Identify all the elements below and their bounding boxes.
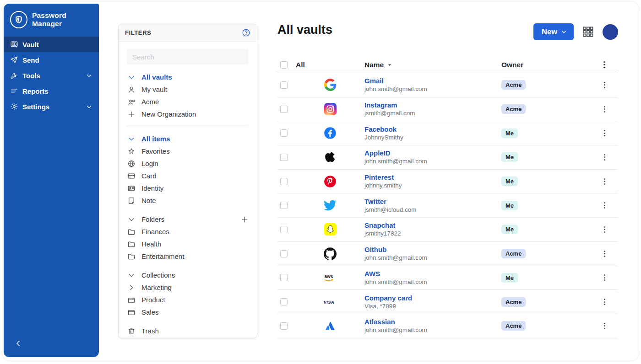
filter-item-label: Favorites [141, 147, 170, 155]
item-name-link[interactable]: Twitter [364, 198, 386, 206]
new-button-label: New [542, 27, 557, 36]
table-options-icon[interactable] [600, 61, 609, 69]
filter-item-acme[interactable]: Acme [127, 96, 249, 108]
select-all-checkbox[interactable] [280, 61, 288, 69]
filter-item-label: Acme [141, 98, 159, 106]
filter-header-folders[interactable]: Folders [127, 213, 249, 225]
add-folder-button[interactable] [240, 215, 249, 224]
item-name-link[interactable]: Snapchat [364, 221, 396, 230]
row-options-icon[interactable] [600, 323, 609, 329]
item-username: john.smith@gmail.com [364, 157, 501, 165]
divider [127, 126, 249, 126]
filter-item-new-organization[interactable]: New Organization [127, 108, 249, 120]
chevron-down-icon [127, 135, 136, 143]
owner-badge: Me [501, 152, 518, 162]
item-username: john.smith@gmail.com [364, 254, 501, 262]
item-name-link[interactable]: Gmail [364, 77, 384, 85]
row-checkbox[interactable] [280, 226, 288, 233]
grid-view-icon[interactable] [582, 26, 594, 38]
name-column-header[interactable]: Name [364, 61, 501, 69]
row-checkbox[interactable] [280, 322, 288, 330]
avatar[interactable] [603, 24, 618, 40]
filter-item-trash[interactable]: Trash [127, 325, 249, 337]
filter-item-finances[interactable]: Finances [127, 225, 249, 238]
item-name-link[interactable]: AWS [364, 270, 380, 278]
row-options-icon[interactable] [600, 106, 609, 112]
sidebar-item-send[interactable]: Send [4, 52, 99, 68]
row-options-icon[interactable] [600, 154, 609, 161]
filter-item-label: Marketing [141, 284, 172, 291]
help-icon[interactable] [242, 28, 250, 37]
search-input[interactable] [127, 49, 249, 64]
row-checkbox[interactable] [280, 298, 288, 305]
filter-item-identity[interactable]: Identity [127, 182, 249, 194]
new-button[interactable]: New [533, 23, 574, 40]
filter-item-sales[interactable]: Sales [127, 306, 249, 318]
row-checkbox[interactable] [280, 81, 288, 89]
row-options-icon[interactable] [600, 202, 609, 209]
filter-item-favorites[interactable]: Favorites [127, 145, 249, 157]
filter-header-collections[interactable]: Collections [127, 269, 249, 281]
svg-text:VISA: VISA [324, 300, 334, 304]
owner-badge: Me [501, 273, 518, 283]
filter-item-label: Finances [141, 228, 169, 236]
brand-title: Password Manager [32, 11, 92, 28]
item-name-link[interactable]: Company card [364, 294, 412, 302]
filter-header-all-vaults[interactable]: All vaults [127, 71, 249, 83]
row-options-icon[interactable] [600, 299, 609, 305]
chevron-left-icon [14, 339, 22, 348]
sidebar-item-settings[interactable]: Settings [4, 99, 99, 114]
filter-item-label: Health [141, 240, 161, 248]
sidebar-item-label: Settings [22, 103, 49, 111]
row-checkbox[interactable] [280, 178, 288, 185]
item-name-link[interactable]: Atlassian [364, 318, 395, 326]
filter-item-product[interactable]: Product [127, 294, 249, 306]
filter-item-label: My vault [141, 86, 167, 93]
filter-item-health[interactable]: Health [127, 238, 249, 250]
sidebar-item-label: Send [22, 56, 39, 64]
item-name-link[interactable]: AppleID [364, 149, 391, 157]
filter-item-card[interactable]: Card [127, 170, 249, 182]
star-icon [127, 147, 136, 155]
filter-item-marketing[interactable]: Marketing [127, 281, 249, 294]
row-checkbox[interactable] [280, 250, 288, 257]
row-options-icon[interactable] [600, 82, 609, 88]
filter-item-my-vault[interactable]: My vault [127, 83, 249, 96]
owner-badge: Acme [501, 297, 526, 307]
owner-badge: Acme [501, 80, 526, 90]
send-icon [10, 56, 18, 64]
table-row: Gmail john.smith@gmail.com Acme [277, 73, 618, 97]
item-name-link[interactable]: Github [364, 246, 386, 254]
item-name-link[interactable]: Pinterest [364, 173, 394, 182]
filter-header-all-items[interactable]: All items [127, 133, 249, 145]
filter-item-label: Card [141, 172, 157, 180]
sidebar-item-vault[interactable]: Vault [4, 37, 99, 52]
owner-badge: Me [501, 225, 518, 234]
filter-item-note[interactable]: Note [127, 194, 249, 207]
row-checkbox[interactable] [280, 154, 288, 161]
filter-item-entertainment[interactable]: Entertainment [127, 250, 249, 262]
filter-sections: All vaults My vault Acme New Organizatio… [127, 71, 249, 337]
sidebar-item-reports[interactable]: Reports [4, 83, 99, 99]
item-name-link[interactable]: Instagram [364, 101, 397, 109]
chevron-down-icon [127, 215, 136, 224]
item-name-link[interactable]: Facebook [364, 125, 397, 134]
sidebar-item-label: Reports [22, 87, 49, 95]
filter-item-label: Identity [141, 184, 163, 192]
row-checkbox[interactable] [280, 274, 288, 281]
row-options-icon[interactable] [600, 226, 609, 233]
row-checkbox[interactable] [280, 202, 288, 209]
row-checkbox[interactable] [280, 106, 288, 113]
vault-icon [10, 40, 18, 48]
sidebar-item-tools[interactable]: Tools [4, 68, 99, 83]
filter-item-login[interactable]: Login [127, 157, 249, 170]
table-row: VISA Company card Visa, *7899 Acme [277, 290, 618, 314]
row-options-icon[interactable] [600, 274, 609, 281]
row-options-icon[interactable] [600, 251, 609, 257]
sidebar-collapse-button[interactable] [12, 337, 25, 350]
filter-section: All items Favorites Login Card Identity … [127, 133, 249, 207]
row-options-icon[interactable] [600, 130, 609, 136]
row-checkbox[interactable] [280, 129, 288, 137]
chevron-right-icon [127, 284, 136, 292]
row-options-icon[interactable] [600, 178, 609, 185]
